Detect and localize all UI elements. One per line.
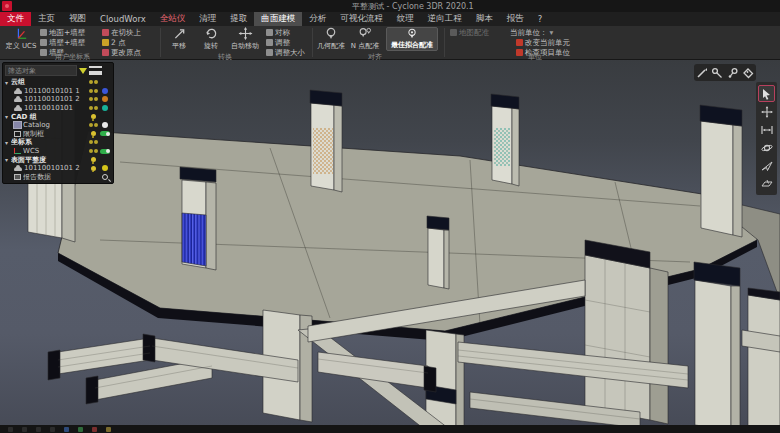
cloud-icon xyxy=(14,90,22,94)
color-dot xyxy=(102,165,108,171)
pan-move-icon xyxy=(761,106,773,118)
toggle-on[interactable] xyxy=(100,149,110,154)
cloud-icon xyxy=(14,167,22,171)
measure-pencil-icon[interactable] xyxy=(696,67,708,79)
project-tree-panel: ▾ 云组 10110010101 1 10110010101 2 1011001… xyxy=(2,62,114,184)
select-cursor-icon xyxy=(761,88,772,100)
color-dot xyxy=(102,105,108,111)
toggle-on[interactable] xyxy=(100,131,110,136)
tag-icon[interactable] xyxy=(742,67,754,79)
color-dot xyxy=(102,96,108,102)
taskbar-icon[interactable] xyxy=(64,427,69,432)
taskbar-icon[interactable] xyxy=(36,427,41,432)
bulb-visibility-icon[interactable] xyxy=(87,114,99,119)
label-leader-icon[interactable] xyxy=(711,67,723,79)
magnifier-icon[interactable] xyxy=(102,174,108,180)
pan-move-button[interactable] xyxy=(758,103,775,120)
taskbar-icon[interactable] xyxy=(8,427,13,432)
bulb-visibility-icon[interactable] xyxy=(87,166,99,171)
goggles-visibility-icon[interactable] xyxy=(87,80,99,84)
taskbar-icon[interactable] xyxy=(22,427,27,432)
navigation-toolbar xyxy=(756,82,777,195)
clipping-plane-button[interactable] xyxy=(758,175,775,192)
report-icon xyxy=(14,174,21,180)
viewport-3d[interactable] xyxy=(0,60,780,425)
tree-menu-icon[interactable] xyxy=(89,66,102,75)
filter-icon[interactable] xyxy=(79,68,87,74)
filter-objects-input[interactable] xyxy=(5,65,77,76)
taskbar-icon[interactable] xyxy=(106,427,111,432)
tree-item-report-data[interactable]: 报告数据 xyxy=(5,173,111,182)
annotation-toolbar xyxy=(694,64,756,81)
bulb-visibility-icon[interactable] xyxy=(87,131,99,136)
taskbar-icon[interactable] xyxy=(78,427,83,432)
fit-width-button[interactable] xyxy=(758,121,775,138)
tree-group-clouds[interactable]: ▾ 云组 xyxy=(5,78,111,87)
goggles-visibility-icon[interactable] xyxy=(87,123,99,127)
windows-taskbar[interactable] xyxy=(0,425,780,433)
goggles-visibility-icon[interactable] xyxy=(87,89,99,93)
cloud-icon xyxy=(14,107,22,111)
tree-group-surface-flatness[interactable]: ▾ 表面平整度 xyxy=(5,155,111,164)
limit-box-icon xyxy=(14,131,21,137)
tree-group-coordinate-systems[interactable]: ▾ 坐标系 xyxy=(5,138,111,147)
goggles-visibility-icon[interactable] xyxy=(87,149,99,153)
goggles-visibility-icon[interactable] xyxy=(87,140,99,144)
tree-header xyxy=(5,65,111,76)
orbit-icon xyxy=(761,142,773,154)
tree-group-cad[interactable]: ▾ CAD 组 xyxy=(5,112,111,121)
tree-item-cloud-1[interactable]: 10110010101 1 xyxy=(5,87,111,96)
color-dot xyxy=(102,122,108,128)
point-label-icon[interactable] xyxy=(727,67,739,79)
color-dot xyxy=(102,88,108,94)
catalog-grid-icon xyxy=(14,122,21,128)
taskbar-icon[interactable] xyxy=(92,427,97,432)
fly-navigation-icon xyxy=(761,160,773,172)
goggles-visibility-icon[interactable] xyxy=(87,106,99,110)
application-window: 平整测试 - Cyclone 3DR 2020.1 文件 主页 视图 Cloud… xyxy=(0,0,780,433)
model-scene xyxy=(0,0,780,433)
orange-scan-band xyxy=(313,128,333,174)
fit-width-icon xyxy=(761,125,773,135)
orbit-button[interactable] xyxy=(758,139,775,156)
blue-scan-column xyxy=(182,213,206,266)
goggles-visibility-icon[interactable] xyxy=(87,97,99,101)
taskbar-icon[interactable] xyxy=(50,427,55,432)
bulb-visibility-icon[interactable] xyxy=(87,157,99,162)
fly-navigation-button[interactable] xyxy=(758,157,775,174)
clipping-plane-icon xyxy=(761,179,773,189)
teal-scan-band xyxy=(494,128,510,166)
tree-item-cloud-2[interactable]: 10110010101 2 xyxy=(5,95,111,104)
axes-icon xyxy=(14,148,21,154)
select-cursor-button[interactable] xyxy=(758,85,775,102)
cloud-icon xyxy=(14,98,22,102)
